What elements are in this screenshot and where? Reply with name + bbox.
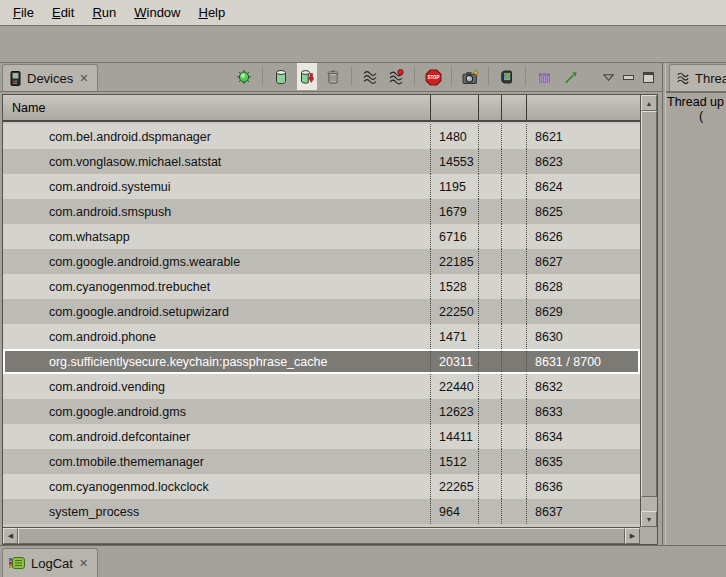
menu-edit[interactable]: Edit [43, 2, 83, 23]
process-pid-cell: 1471 [431, 324, 479, 349]
tab-devices[interactable]: Devices ✕ [2, 64, 98, 91]
dump-hprof-icon[interactable] [297, 67, 317, 87]
table-row[interactable]: com.bel.android.dspmanager14808621 [3, 124, 640, 149]
debug-process-icon[interactable] [234, 67, 254, 87]
process-name-cell: com.android.vending [3, 374, 431, 399]
table-row[interactable]: com.android.systemui11958624 [3, 174, 640, 199]
process-pid-cell: 14553 [431, 149, 479, 174]
threads-tab-row: Threads [666, 63, 726, 92]
process-thread-status-cell [502, 274, 527, 299]
process-thread-status-cell [502, 499, 527, 524]
process-thread-status-cell [502, 474, 527, 499]
table-row[interactable]: com.android.defcontainer144118634 [3, 424, 640, 449]
close-icon[interactable]: ✕ [78, 557, 89, 570]
process-port-cell: 8634 [527, 424, 640, 449]
table-row[interactable]: com.vonglasow.michael.satstat145538623 [3, 149, 640, 174]
stop-process-icon[interactable]: STOP [423, 67, 443, 87]
table-row[interactable]: com.tmobile.thememanager15128635 [3, 449, 640, 474]
process-port-cell: 8627 [527, 249, 640, 274]
update-threads-icon[interactable] [360, 67, 380, 87]
process-thread-status-cell [502, 149, 527, 174]
horizontal-scrollbar-thumb[interactable] [18, 528, 625, 544]
process-heap-status-cell [479, 349, 502, 374]
devices-view: Devices ✕ [0, 63, 662, 545]
scroll-up-icon[interactable]: ▲ [641, 95, 657, 111]
horizontal-scrollbar[interactable]: ◀ ▶ [3, 527, 640, 544]
scrollbar-corner [640, 527, 657, 544]
process-name-cell: com.cyanogenmod.lockclock [3, 474, 431, 499]
process-thread-status-cell [502, 224, 527, 249]
process-port-cell: 8635 [527, 449, 640, 474]
column-header[interactable] [527, 95, 640, 120]
column-header[interactable] [479, 95, 502, 120]
process-thread-status-cell [502, 124, 527, 149]
process-name-cell: com.android.phone [3, 324, 431, 349]
minimize-icon[interactable] [623, 75, 634, 80]
process-heap-status-cell [479, 149, 502, 174]
table-row[interactable]: com.google.android.gms126238633 [3, 399, 640, 424]
process-port-cell: 8637 [527, 499, 640, 524]
device-phone-icon [9, 71, 22, 86]
process-pid-cell: 6716 [431, 224, 479, 249]
threads-message: Thread up ( [666, 92, 726, 545]
threads-message-line2: ( [667, 109, 726, 123]
process-port-cell: 8625 [527, 199, 640, 224]
maximize-icon[interactable] [643, 72, 654, 83]
table-row[interactable]: org.sufficientlysecure.keychain:passphra… [3, 349, 640, 374]
column-header-name[interactable]: Name [3, 95, 431, 120]
table-row[interactable]: com.cyanogenmod.trebuchet15288628 [3, 274, 640, 299]
tab-threads[interactable]: Threads [669, 64, 726, 91]
capture-systrace-icon[interactable] [560, 67, 580, 87]
table-row[interactable]: com.google.android.gms.wearable221858627 [3, 249, 640, 274]
toolbar-separator [451, 67, 452, 85]
column-header[interactable] [431, 95, 479, 120]
process-port-cell: 8626 [527, 224, 640, 249]
table-row[interactable]: com.google.android.setupwizard222508629 [3, 299, 640, 324]
process-port-cell: 8631 / 8700 [527, 349, 640, 374]
table-row[interactable]: system_process9648637 [3, 499, 640, 524]
tab-logcat[interactable]: LogCat ✕ [2, 548, 98, 577]
start-opengl-trace-icon[interactable] [534, 67, 554, 87]
process-pid-cell: 22185 [431, 249, 479, 274]
menu-run[interactable]: Run [83, 2, 125, 23]
process-heap-status-cell [479, 174, 502, 199]
menu-file[interactable]: File [4, 2, 43, 23]
process-port-cell: 8628 [527, 274, 640, 299]
threads-message-line1: Thread up [667, 95, 726, 109]
column-header[interactable] [502, 95, 527, 120]
process-thread-status-cell [502, 399, 527, 424]
process-heap-status-cell [479, 399, 502, 424]
cause-gc-icon[interactable] [323, 67, 343, 87]
process-heap-status-cell [479, 474, 502, 499]
scroll-left-icon[interactable]: ◀ [3, 528, 18, 544]
process-heap-status-cell [479, 324, 502, 349]
start-method-profiling-icon[interactable] [386, 67, 406, 87]
process-name-cell: com.google.android.gms [3, 399, 431, 424]
screen-capture-icon[interactable] [460, 67, 480, 87]
table-row[interactable]: com.android.phone14718630 [3, 324, 640, 349]
scroll-down-icon[interactable]: ▼ [641, 511, 657, 527]
update-heap-icon[interactable] [271, 67, 291, 87]
menu-help[interactable]: Help [189, 2, 234, 23]
process-pid-cell: 1512 [431, 449, 479, 474]
vertical-scrollbar[interactable]: ▲ ▼ [640, 95, 657, 527]
process-heap-status-cell [479, 274, 502, 299]
process-port-cell: 8623 [527, 149, 640, 174]
process-heap-status-cell [479, 299, 502, 324]
process-heap-status-cell [479, 499, 502, 524]
process-pid-cell: 20311 [431, 349, 479, 374]
view-menu-icon[interactable] [602, 71, 614, 83]
process-thread-status-cell [502, 324, 527, 349]
process-name-cell: com.google.android.setupwizard [3, 299, 431, 324]
vertical-scrollbar-thumb[interactable] [641, 111, 657, 497]
menu-window[interactable]: Window [125, 2, 189, 23]
table-row[interactable]: com.whatsapp67168626 [3, 224, 640, 249]
close-icon[interactable]: ✕ [78, 72, 89, 85]
capture-device-video-icon[interactable] [497, 67, 517, 87]
process-name-cell: org.sufficientlysecure.keychain:passphra… [3, 349, 431, 374]
table-row[interactable]: com.android.smspush16798625 [3, 199, 640, 224]
scroll-right-icon[interactable]: ▶ [625, 528, 640, 544]
toolbar-separator [262, 67, 263, 85]
table-row[interactable]: com.cyanogenmod.lockclock222658636 [3, 474, 640, 499]
table-row[interactable]: com.android.vending224408632 [3, 374, 640, 399]
